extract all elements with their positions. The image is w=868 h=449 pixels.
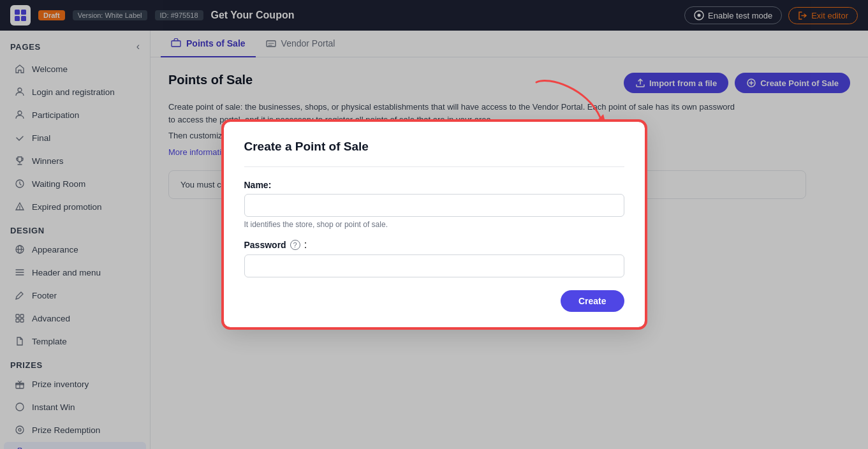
name-input[interactable]	[244, 194, 624, 217]
name-label: Name:	[244, 180, 624, 190]
create-point-of-sale-modal: Create a Point of Sale Name: It identifi…	[224, 122, 645, 327]
password-help-icon[interactable]: ?	[290, 240, 300, 250]
modal-footer: Create	[244, 290, 624, 312]
password-form-group: Password ? :	[244, 239, 624, 277]
password-input[interactable]	[244, 254, 624, 277]
arrow-annotation	[530, 76, 607, 129]
name-hint: It identifies the store, shop or point o…	[244, 220, 624, 229]
svg-marker-26	[597, 114, 605, 122]
modal-create-button[interactable]: Create	[561, 290, 624, 312]
password-label-row: Password ? :	[244, 239, 624, 251]
arrow-svg	[530, 76, 607, 127]
modal-divider	[244, 166, 624, 167]
password-label: Password	[244, 240, 286, 250]
modal-title: Create a Point of Sale	[244, 140, 624, 154]
password-colon: :	[304, 239, 307, 251]
name-form-group: Name: It identifies the store, shop or p…	[244, 180, 624, 229]
modal-overlay: Create a Point of Sale Name: It identifi…	[0, 0, 868, 449]
